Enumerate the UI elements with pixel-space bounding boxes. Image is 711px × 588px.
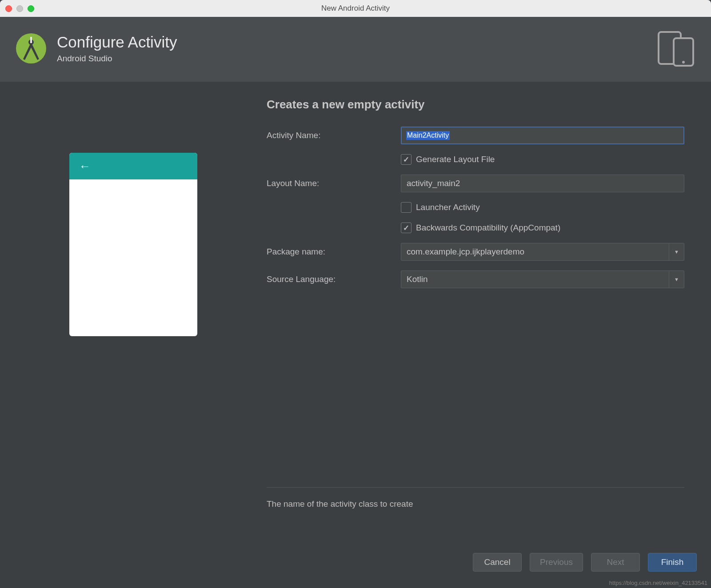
source-language-value: Kotlin [407,274,428,284]
activity-name-value: Main2Activity [406,131,450,140]
activity-name-input[interactable]: Main2Activity [401,127,684,144]
back-arrow-icon: ← [79,159,91,173]
backwards-compat-label: Backwards Compatibility (AppCompat) [416,223,560,233]
package-name-value: com.example.jcp.ijkplayerdemo [407,247,524,257]
svg-point-5 [682,61,685,64]
help-area: The name of the activity class to create [267,487,684,509]
chevron-down-icon[interactable] [669,271,684,288]
dialog-content: ← Creates a new empty activity Activity … [0,82,711,549]
row-layout-name: Layout Name: [267,175,684,192]
next-button: Next [591,553,640,572]
svg-rect-2 [30,37,32,43]
activity-preview: ← [69,153,197,336]
cancel-button[interactable]: Cancel [473,553,522,572]
package-name-label: Package name: [267,247,395,257]
previous-button: Previous [530,553,583,572]
activity-name-label: Activity Name: [267,131,395,140]
package-name-select[interactable]: com.example.jcp.ijkplayerdemo [401,243,684,261]
dialog-footer: Cancel Previous Next Finish [0,549,711,588]
preview-appbar: ← [69,153,197,179]
help-text: The name of the activity class to create [267,499,684,509]
layout-name-label: Layout Name: [267,179,395,188]
header-subtitle: Android Studio [57,54,177,64]
generate-layout-checkbox[interactable] [401,154,411,165]
dialog-header: Configure Activity Android Studio [0,17,711,82]
android-studio-logo-icon [15,32,47,64]
preview-column: ← [0,82,267,549]
row-backwards: Backwards Compatibility (AppCompat) [267,222,684,233]
dialog-window: New Android Activity Configure Activity … [0,0,711,588]
form-heading: Creates a new empty activity [267,98,684,111]
row-generate-layout: Generate Layout File [267,154,684,165]
layout-name-input[interactable] [401,175,684,192]
header-title: Configure Activity [57,33,177,51]
launcher-activity-checkbox[interactable] [401,202,411,213]
launcher-activity-label: Launcher Activity [416,203,480,212]
form-column: Creates a new empty activity Activity Na… [267,82,711,549]
titlebar: New Android Activity [0,0,711,17]
row-package: Package name: com.example.jcp.ijkplayerd… [267,243,684,261]
finish-button[interactable]: Finish [648,553,697,572]
chevron-down-icon[interactable] [669,243,684,260]
generate-layout-label: Generate Layout File [416,155,495,164]
form-rows: Activity Name: Main2Activity Generate La… [267,127,684,288]
row-source-lang: Source Language: Kotlin [267,270,684,288]
source-language-label: Source Language: [267,274,395,284]
watermark: https://blog.csdn.net/weixin_42133541 [609,580,707,586]
source-language-select[interactable]: Kotlin [401,270,684,288]
header-text: Configure Activity Android Studio [57,33,177,64]
row-activity-name: Activity Name: Main2Activity [267,127,684,144]
window-title: New Android Activity [0,4,711,13]
backwards-compat-checkbox[interactable] [401,222,411,233]
row-launcher: Launcher Activity [267,202,684,213]
devices-icon [656,28,696,68]
